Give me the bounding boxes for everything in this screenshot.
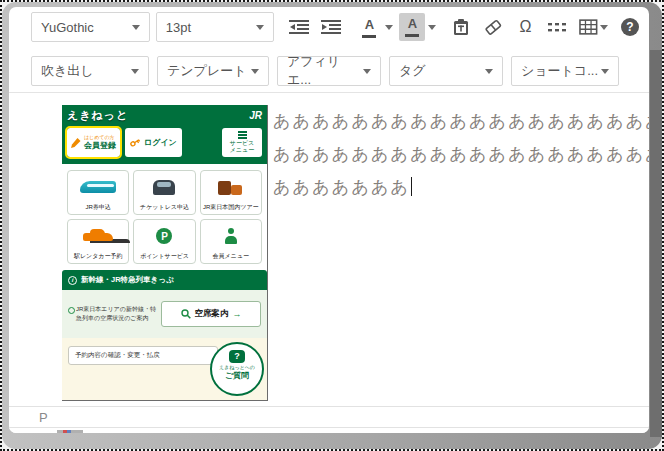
- table-button[interactable]: [576, 13, 611, 41]
- page-break-icon: [547, 20, 567, 34]
- rich-text-editor: YuGothic 13pt: [9, 7, 649, 433]
- help-icon: ?: [621, 18, 639, 36]
- service-menu-line2: メニュー: [230, 147, 254, 154]
- vacancy-button-label: 空席案内: [195, 308, 229, 320]
- tile-member-menu: 会員メニュー: [200, 219, 262, 264]
- text-line: あああああああああああああああああああああ: [273, 138, 649, 171]
- dropdown-speech-bubble[interactable]: 吹き出し: [31, 56, 149, 86]
- point-p-icon: P: [156, 228, 172, 244]
- reservation-button: 予約内容の確認・変更・払戻: [68, 346, 218, 365]
- element-path-p[interactable]: P: [39, 410, 48, 425]
- paste-icon: [452, 18, 470, 36]
- text-color-letter: A: [365, 18, 374, 31]
- site-tile-grid: JR券申込 チケットレス申込 JR東日本国内ツアー 駅レンタカー予約: [62, 164, 267, 270]
- clipped-bottom-content: [9, 428, 649, 433]
- question-bubble-icon: ?: [229, 350, 245, 363]
- highlight-letter: A: [408, 17, 417, 30]
- font-size-value: 13pt: [166, 20, 191, 35]
- tile-jr-ticket: JR券申込: [67, 170, 129, 215]
- question-badge-line2: ご質問: [212, 370, 262, 381]
- site-header: えきねっと JR: [62, 105, 267, 126]
- embedded-site-image[interactable]: えきねっと JR はじめての方 会員登録: [62, 105, 268, 401]
- info-icon: i: [68, 276, 77, 285]
- chevron-down-icon: [132, 25, 140, 30]
- special-character-button[interactable]: Ω: [512, 13, 538, 41]
- editor-content-area[interactable]: えきねっと JR はじめての方 会員登録: [9, 93, 649, 406]
- ekinet-logo: えきねっと: [67, 108, 128, 123]
- person-icon: [224, 228, 238, 244]
- clipped-ui-fragment: [57, 430, 83, 433]
- tile-rentacar: 駅レンタカー予約: [67, 219, 129, 264]
- chevron-down-icon: [131, 69, 139, 74]
- help-button[interactable]: ?: [617, 13, 643, 41]
- font-family-value: YuGothic: [41, 20, 94, 35]
- vacancy-section: JR東日本エリアの新幹線・特急列車の空席状況のご案内 空席案内 →: [62, 290, 267, 338]
- question-badge: ? えきねっとへの ご質問: [210, 342, 264, 396]
- highlight-color-control: A: [399, 13, 436, 41]
- chevron-down-icon: [363, 69, 371, 74]
- register-label: 会員登録: [84, 141, 116, 150]
- dropdown-tag[interactable]: タグ: [389, 56, 503, 86]
- chevron-down-icon: [251, 69, 259, 74]
- dropdown-label: テンプレート: [167, 62, 247, 80]
- indent-button[interactable]: [318, 13, 344, 41]
- highlight-bar-icon: [405, 34, 419, 37]
- text-line: あああああああああああああああああああああ: [273, 105, 649, 138]
- dropdown-label: 吹き出し: [41, 62, 94, 80]
- text-color-control: A: [356, 13, 393, 41]
- service-menu-button: サービス メニュー: [222, 128, 262, 157]
- dropdown-shortcode[interactable]: ショートコ...: [511, 56, 619, 86]
- menu-list-icon: [238, 131, 247, 133]
- table-icon: [579, 19, 598, 35]
- key-icon: [130, 137, 141, 148]
- text-color-caret-icon[interactable]: [385, 25, 393, 30]
- outdent-icon: [289, 19, 309, 35]
- tile-point-service: P ポイントサービス: [133, 219, 195, 264]
- login-label: ログイン: [144, 137, 177, 148]
- car-icon: [83, 229, 113, 243]
- text-color-button[interactable]: A: [356, 13, 382, 41]
- service-menu-line1: サービス: [230, 140, 254, 147]
- chevron-down-icon: [256, 25, 264, 30]
- chevron-down-icon: [601, 69, 609, 74]
- shinkansen-icon: [80, 181, 116, 193]
- jr-logo: JR: [249, 110, 262, 121]
- table-caret-icon: [600, 25, 608, 30]
- ticket-section-header: i 新幹線・JR特急列車きっぷ: [62, 270, 267, 290]
- eraser-icon: [484, 19, 502, 35]
- tile-ticketless: チケットレス申込: [133, 170, 195, 215]
- highlight-color-button[interactable]: A: [399, 13, 425, 41]
- element-path-bar: P: [9, 406, 649, 428]
- site-nav: はじめての方 会員登録 ログイン: [62, 126, 267, 164]
- font-size-select[interactable]: 13pt: [156, 12, 275, 42]
- member-register-button: はじめての方 会員登録: [67, 128, 120, 157]
- pencil-icon: [71, 138, 81, 148]
- dropdown-template[interactable]: テンプレート: [157, 56, 269, 86]
- chevron-down-icon: [485, 69, 493, 74]
- vacancy-note: JR東日本エリアの新幹線・特急列車の空席状況のご案内: [68, 305, 156, 323]
- text-line-with-caret: あああああああ: [273, 171, 649, 204]
- text-cursor: [411, 177, 412, 196]
- editor-window: YuGothic 13pt: [0, 0, 664, 451]
- outdent-button[interactable]: [286, 13, 312, 41]
- luggage-icon: [218, 179, 244, 195]
- font-family-select[interactable]: YuGothic: [31, 12, 150, 42]
- search-icon: [181, 309, 191, 319]
- window-scrollbar[interactable]: [650, 50, 662, 437]
- dropdown-affiliate[interactable]: アフィリエ...: [277, 56, 381, 86]
- plugin-toolbar: 吹き出し テンプレート アフィリエ... タグ ショートコ...: [9, 47, 649, 92]
- arrow-right-icon: →: [233, 309, 242, 319]
- ticket-section-title: 新幹線・JR特急列車きっぷ: [81, 275, 174, 285]
- tile-domestic-tour: JR東日本国内ツアー: [200, 170, 262, 215]
- clear-formatting-button[interactable]: [480, 13, 506, 41]
- read-more-button[interactable]: [544, 13, 570, 41]
- text-color-bar-icon: [362, 35, 376, 38]
- dropdown-label: ショートコ...: [521, 62, 598, 80]
- text-line: あああああああ: [273, 178, 410, 197]
- formatting-toolbar: YuGothic 13pt: [9, 7, 649, 47]
- dropdown-label: タグ: [399, 62, 426, 80]
- paste-as-text-button[interactable]: [448, 13, 474, 41]
- dropdown-label: アフィリエ...: [287, 53, 363, 89]
- highlight-caret-icon[interactable]: [428, 25, 436, 30]
- indent-icon: [321, 19, 341, 35]
